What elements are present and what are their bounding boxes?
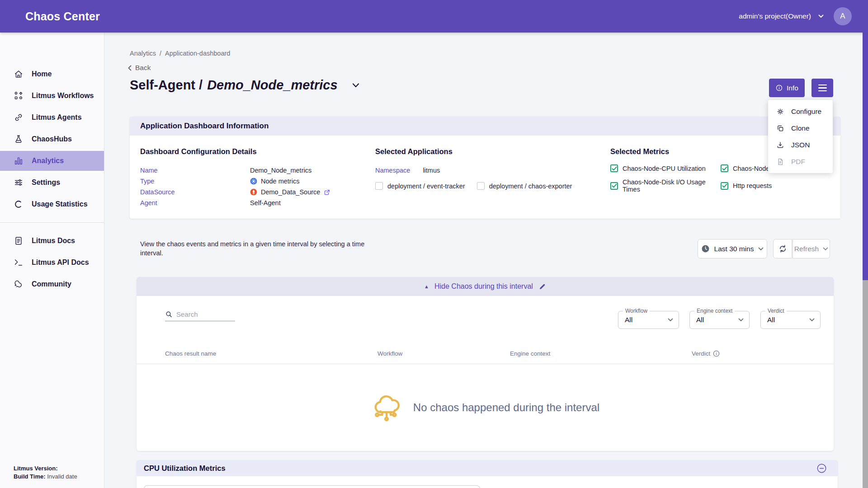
dashboard-switcher-chevron[interactable] bbox=[352, 83, 359, 88]
chevron-down-icon bbox=[823, 247, 828, 251]
sidebar-item-chaoshubs[interactable]: ChaosHubs bbox=[0, 129, 104, 149]
engine-context-filter-value: All bbox=[696, 316, 704, 324]
menu-item-json[interactable]: JSON bbox=[768, 136, 833, 153]
configuration-title: Dashboard Configuration Details bbox=[140, 147, 257, 156]
info-icon bbox=[775, 84, 783, 92]
menu-item-clone[interactable]: Clone bbox=[768, 120, 833, 136]
verdict-filter-value: All bbox=[767, 316, 775, 324]
refresh-interval-select[interactable]: Refresh bbox=[793, 239, 830, 258]
agent-label: Agent bbox=[140, 199, 250, 206]
checkbox-checked-icon[interactable] bbox=[721, 164, 728, 172]
avatar[interactable]: A bbox=[834, 7, 852, 25]
menu-item-pdf[interactable]: PDF bbox=[768, 153, 833, 170]
chevron-down-icon bbox=[818, 14, 824, 18]
sidebar-item-label: Community bbox=[32, 280, 71, 288]
breadcrumb-current: Application-dashboard bbox=[165, 50, 230, 57]
checkbox-checked-icon[interactable] bbox=[610, 164, 618, 172]
namespace-label: Namespace bbox=[375, 167, 410, 174]
prometheus-icon bbox=[250, 188, 257, 196]
chevron-left-icon bbox=[128, 65, 132, 71]
metric-cpu-utilization[interactable]: Chaos-Node-CPU Utilization bbox=[610, 164, 721, 172]
checkbox-unchecked-icon[interactable] bbox=[375, 182, 383, 190]
checkbox-checked-icon[interactable] bbox=[721, 182, 728, 190]
chevron-down-icon bbox=[352, 83, 359, 88]
sidebar-item-analytics[interactable]: Analytics bbox=[0, 151, 104, 171]
configuration-details: Name Demo_Node_metrics Type Node metrics… bbox=[140, 165, 330, 208]
sidebar-item-litmus-agents[interactable]: Litmus Agents bbox=[0, 108, 104, 127]
breadcrumb-analytics[interactable]: Analytics bbox=[130, 50, 156, 57]
chevron-down-icon bbox=[668, 318, 673, 322]
chevron-down-icon bbox=[738, 318, 744, 322]
checkbox-event-tracker[interactable]: deployment / event-tracker bbox=[375, 182, 465, 190]
title-dashboard-name: Demo_Node_metrics bbox=[207, 78, 338, 92]
info-button[interactable]: Info bbox=[769, 79, 805, 97]
kubernetes-icon bbox=[250, 178, 257, 185]
sidebar-item-litmus-docs[interactable]: Litmus Docs bbox=[0, 231, 104, 251]
sidebar-item-usage-statistics[interactable]: Usage Statistics bbox=[0, 194, 104, 214]
panel-header-title: Application Dashboard Information bbox=[140, 122, 269, 131]
chevron-down-icon bbox=[758, 247, 764, 251]
page-title: Self-Agent /Demo_Node_metrics bbox=[130, 78, 338, 93]
search-field[interactable] bbox=[165, 310, 235, 321]
menu-item-label: PDF bbox=[791, 158, 805, 166]
applications-title: Selected Applications bbox=[375, 147, 453, 156]
config-row-agent: Agent Self-Agent bbox=[140, 197, 330, 208]
workflow-filter-label: Workflow bbox=[623, 308, 650, 314]
bar-chart-icon bbox=[14, 156, 24, 166]
sidebar-item-home[interactable]: Home bbox=[0, 64, 104, 84]
search-input[interactable] bbox=[176, 310, 231, 318]
build-time-label: Build Time: bbox=[14, 473, 46, 480]
checkbox-label: deployment / chaos-exporter bbox=[489, 183, 572, 190]
verdict-filter[interactable]: Verdict All bbox=[760, 311, 821, 329]
hide-chaos-toggle[interactable]: ▲ Hide Chaos during this interval bbox=[137, 277, 834, 296]
workflow-filter[interactable]: Workflow All bbox=[618, 311, 679, 329]
sidebar-item-label: Litmus Agents bbox=[32, 113, 82, 122]
dashboard-menu-button[interactable] bbox=[811, 79, 833, 97]
metric-disk-io-times[interactable]: Chaos-Node-Disk I/O Usage Times bbox=[610, 178, 721, 193]
datasource-label: DataSource bbox=[140, 188, 250, 196]
panel-header: Application Dashboard Information bbox=[130, 117, 840, 136]
sidebar-item-litmus-api-docs[interactable]: Litmus API Docs bbox=[0, 253, 104, 272]
sidebar-item-settings[interactable]: Settings bbox=[0, 173, 104, 192]
column-workflow: Workflow bbox=[377, 350, 402, 357]
sidebar-divider bbox=[0, 222, 104, 223]
checkbox-unchecked-icon[interactable] bbox=[477, 182, 485, 190]
pencil-icon[interactable] bbox=[538, 283, 546, 291]
config-row-type: Type Node metrics bbox=[140, 176, 330, 187]
engine-context-filter[interactable]: Engine context All bbox=[689, 311, 750, 329]
external-link-icon[interactable] bbox=[324, 189, 330, 196]
collapse-minus-icon[interactable] bbox=[817, 464, 826, 473]
workflows-icon bbox=[14, 91, 24, 101]
search-icon bbox=[165, 310, 173, 318]
checkbox-chaos-exporter[interactable]: deployment / chaos-exporter bbox=[477, 182, 572, 190]
verdict-filter-label: Verdict bbox=[765, 308, 787, 314]
clock-icon bbox=[701, 244, 710, 253]
sidebar-item-community[interactable]: Community bbox=[0, 274, 104, 294]
info-circle-icon[interactable] bbox=[713, 350, 720, 357]
scrollbar-thumb[interactable] bbox=[863, 33, 868, 280]
checkbox-checked-icon[interactable] bbox=[610, 182, 618, 190]
loader-circle-icon bbox=[14, 199, 24, 209]
sidebar-item-label: ChaosHubs bbox=[32, 135, 72, 143]
back-button[interactable]: Back bbox=[128, 64, 151, 72]
project-switcher[interactable]: admin's project(Owner) bbox=[739, 12, 824, 20]
cpu-chart-placeholder bbox=[144, 485, 480, 488]
name-label: Name bbox=[140, 167, 250, 174]
app-logo: Chaos Center bbox=[25, 10, 100, 23]
chat-bubbles-icon bbox=[14, 279, 24, 289]
sidebar-footer: Litmus Version: Build Time: Invalid date bbox=[14, 465, 77, 481]
menu-item-configure[interactable]: Configure bbox=[768, 103, 833, 120]
sidebar-item-litmus-workflows[interactable]: Litmus Workflows bbox=[0, 86, 104, 106]
agent-value: Self-Agent bbox=[250, 199, 281, 206]
metric-http-requests[interactable]: Http requests bbox=[721, 178, 830, 193]
sidebar-item-label: Analytics bbox=[32, 157, 64, 165]
time-range-select[interactable]: Last 30 mins bbox=[698, 239, 767, 258]
page-scrollbar[interactable] bbox=[863, 33, 868, 488]
refresh-now-button[interactable] bbox=[773, 239, 792, 258]
copy-icon bbox=[776, 124, 784, 132]
hamburger-icon bbox=[818, 84, 827, 91]
hide-chaos-label: Hide Chaos during this interval bbox=[434, 282, 533, 291]
title-agent-name: Self-Agent / bbox=[130, 78, 203, 92]
checkbox-label: deployment / event-tracker bbox=[387, 183, 465, 190]
time-range-value: Last 30 mins bbox=[714, 245, 754, 253]
